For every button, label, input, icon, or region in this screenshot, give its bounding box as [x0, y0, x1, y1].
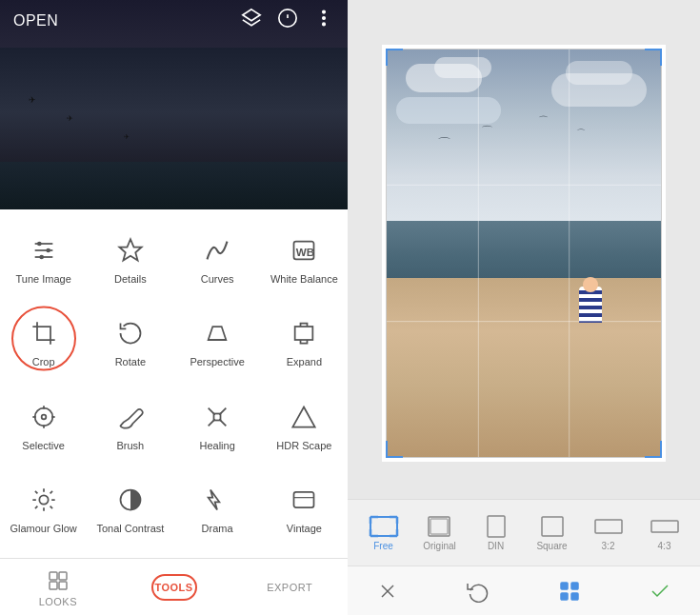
more-menu-icon[interactable] — [313, 8, 334, 33]
nav-export[interactable]: EXPORT — [231, 559, 348, 615]
tool-rotate[interactable]: Rotate — [87, 301, 173, 385]
svg-point-27 — [39, 495, 48, 504]
ratio-original-label: Original — [423, 541, 455, 551]
svg-point-5 — [323, 17, 326, 20]
tool-drama[interactable]: Drama — [174, 467, 261, 551]
svg-point-19 — [34, 407, 52, 426]
photo-image: ⌒ ⌒ ⌒ ⌒ — [386, 49, 662, 458]
tool-healing[interactable]: Healing — [174, 384, 261, 467]
ratio-din-icon — [481, 515, 511, 538]
svg-point-10 — [37, 241, 42, 246]
tool-glamour-glow[interactable]: Glamour Glow — [0, 467, 87, 551]
nav-looks-label: LOOKS — [39, 596, 77, 607]
svg-marker-13 — [119, 239, 141, 260]
ratio-square[interactable]: Square — [524, 515, 580, 551]
tools-grid: Tune Image Details Curves WB White Balan… — [0, 209, 348, 558]
crop-handle-tl[interactable] — [386, 49, 403, 66]
tool-crop[interactable]: Crop — [0, 301, 87, 385]
svg-point-20 — [41, 414, 46, 419]
tool-vintage-label: Vintage — [287, 522, 322, 535]
svg-rect-33 — [50, 582, 57, 589]
tool-drama-label: Drama — [202, 522, 233, 535]
svg-text:WB: WB — [296, 245, 314, 257]
tool-brush[interactable]: Brush — [87, 384, 173, 467]
confirm-action[interactable] — [643, 574, 677, 608]
tool-expand[interactable]: Expand — [261, 301, 348, 385]
preview-image: OPEN — [0, 0, 348, 209]
crop-handle-bl[interactable] — [386, 441, 403, 458]
svg-rect-53 — [651, 521, 678, 532]
action-bar — [348, 565, 700, 615]
svg-rect-59 — [571, 593, 578, 600]
svg-rect-56 — [561, 583, 568, 589]
tool-tune-image-label: Tune Image — [15, 272, 70, 286]
ratio-3-2-icon — [593, 515, 624, 538]
photo-container: ⌒ ⌒ ⌒ ⌒ — [348, 0, 700, 499]
crop-handle-br[interactable] — [645, 441, 662, 458]
cancel-action[interactable] — [370, 574, 405, 608]
ratio-original[interactable]: Original — [411, 515, 468, 551]
nav-tools-label: TOOLS — [154, 582, 192, 593]
svg-marker-0 — [243, 10, 260, 21]
ratio-square-label: Square — [536, 541, 567, 551]
nav-export-label: EXPORT — [267, 582, 312, 593]
svg-rect-34 — [59, 582, 67, 589]
svg-rect-29 — [294, 492, 314, 507]
ratio-free-icon — [369, 515, 399, 538]
svg-rect-51 — [542, 517, 563, 536]
tool-rotate-label: Rotate — [115, 355, 146, 368]
left-panel: OPEN — [0, 0, 348, 615]
tool-perspective-label: Perspective — [190, 355, 244, 368]
tool-vintage[interactable]: Vintage — [261, 467, 348, 551]
nav-tools[interactable]: TOOLS — [116, 559, 232, 615]
tool-curves[interactable]: Curves — [174, 217, 261, 301]
tool-selective[interactable]: Selective — [0, 384, 87, 467]
tool-white-balance[interactable]: WB White Balance — [261, 217, 348, 301]
svg-point-6 — [323, 23, 326, 26]
open-button[interactable]: OPEN — [13, 12, 58, 30]
tool-perspective[interactable]: Perspective — [174, 301, 261, 385]
photo-wrapper: ⌒ ⌒ ⌒ ⌒ — [386, 49, 662, 458]
svg-point-4 — [323, 10, 326, 13]
ratio-4-3-label: 4:3 — [658, 541, 671, 551]
right-panel: ⌒ ⌒ ⌒ ⌒ — [348, 0, 700, 615]
tool-details[interactable]: Details — [87, 217, 173, 301]
rotate-action[interactable] — [461, 574, 495, 608]
svg-rect-32 — [59, 572, 67, 580]
ratio-4-3[interactable]: 4:3 — [636, 515, 692, 551]
svg-marker-16 — [209, 327, 227, 340]
tool-tune-image[interactable]: Tune Image — [0, 217, 87, 301]
ratio-free[interactable]: Free — [355, 515, 411, 551]
tool-hdr-scape-label: HDR Scape — [276, 439, 331, 452]
ratio-3-2[interactable]: 3:2 — [580, 515, 636, 551]
tools-circle-highlight: TOOLS — [151, 574, 197, 601]
ratio-4-3-icon — [650, 515, 680, 538]
svg-rect-49 — [430, 519, 448, 534]
svg-rect-50 — [488, 516, 505, 537]
tool-tonal-contrast[interactable]: Tonal Contrast — [87, 467, 173, 551]
nav-looks[interactable]: LOOKS — [0, 559, 116, 615]
svg-rect-58 — [561, 593, 568, 600]
svg-rect-48 — [429, 517, 450, 536]
ratio-bar: Free Original DIN — [348, 499, 700, 565]
crop-handle-tr[interactable] — [645, 49, 662, 66]
grid-action[interactable] — [552, 574, 587, 608]
svg-rect-39 — [370, 517, 397, 536]
bottom-navigation: LOOKS TOOLS EXPORT — [0, 558, 348, 615]
tool-curves-label: Curves — [201, 272, 234, 286]
info-icon[interactable] — [277, 8, 298, 33]
svg-point-11 — [46, 248, 50, 252]
svg-rect-18 — [295, 327, 313, 340]
ratio-din[interactable]: DIN — [468, 515, 524, 551]
ratio-free-label: Free — [373, 541, 393, 551]
tool-white-balance-label: White Balance — [270, 272, 338, 286]
tool-details-label: Details — [114, 272, 147, 286]
tool-crop-label: Crop — [32, 355, 55, 368]
svg-rect-57 — [571, 583, 578, 589]
layers-icon[interactable] — [241, 8, 262, 33]
svg-rect-31 — [50, 572, 57, 580]
tool-brush-label: Brush — [117, 439, 145, 452]
ratio-3-2-label: 3:2 — [602, 541, 615, 551]
tool-hdr-scape[interactable]: HDR Scape — [261, 384, 348, 467]
tool-selective-label: Selective — [22, 439, 65, 452]
